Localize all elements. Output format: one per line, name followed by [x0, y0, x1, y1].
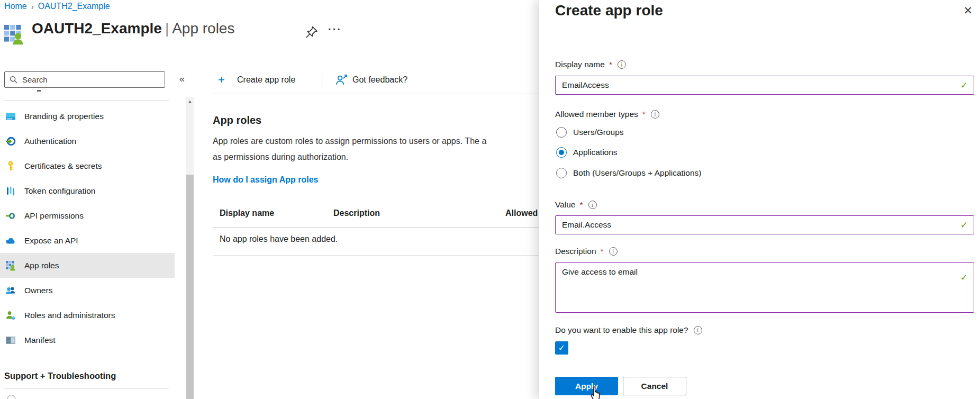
scrolled-item-sliver [37, 90, 41, 92]
info-icon: i [618, 60, 626, 69]
description-textarea[interactable]: Give access to email [555, 262, 974, 313]
pin-icon[interactable] [305, 25, 319, 39]
value-field: ✓ [555, 215, 974, 234]
how-to-assign-link[interactable]: How do I assign App roles [213, 175, 318, 185]
sidebar-item-api-permissions[interactable]: API permissions [0, 203, 175, 228]
breadcrumb-home-link[interactable]: Home [4, 2, 27, 11]
display-name-label: Display name* i [555, 60, 626, 69]
radio-applications[interactable]: Applications [556, 145, 618, 160]
empty-table-message: No app roles have been added. [220, 234, 338, 244]
radio-users-groups[interactable]: Users/Groups [556, 125, 624, 140]
cloud-icon [5, 235, 16, 246]
sidebar-item-expose-api[interactable]: Expose an API [0, 228, 175, 253]
app-roles-icon [5, 260, 16, 271]
toolbar-rule [213, 94, 539, 94]
plus-icon: + [218, 73, 225, 87]
search-input[interactable] [22, 75, 149, 84]
column-header-description: Description [333, 208, 380, 218]
sidebar-item-certificates-secrets[interactable]: Certificates & secrets [0, 153, 175, 178]
column-header-display-name: Display name [220, 208, 274, 218]
sliders-icon [5, 186, 16, 196]
value-input[interactable] [555, 215, 974, 234]
api-key-icon [5, 211, 16, 221]
sidebar-item-app-roles[interactable]: App roles [0, 253, 175, 278]
breadcrumb: Home › OAUTH2_Example [4, 2, 110, 11]
info-icon: i [588, 201, 597, 209]
value-label: Value* i [555, 200, 597, 210]
valid-check-icon: ✓ [960, 272, 968, 283]
create-app-role-panel: Create app role ✕ Display name* i ✓ Allo… [539, 0, 980, 399]
authentication-icon [5, 136, 16, 147]
roles-admins-icon [5, 310, 16, 321]
checkmark-icon: ✓ [558, 343, 565, 353]
key-icon [5, 161, 16, 171]
table-row-divider [213, 255, 539, 256]
sidebar-item-token-configuration[interactable]: Token configuration [0, 178, 175, 203]
manifest-icon: {} [5, 335, 16, 346]
allowed-member-types-label: Allowed member types* i [555, 110, 659, 119]
display-name-input[interactable] [555, 76, 974, 95]
svg-text:{}: {} [7, 339, 11, 342]
toolbar-divider [322, 71, 322, 87]
enable-app-role-label: Do you want to enable this app role? i [555, 325, 702, 335]
description-field: Give access to email ✓ [555, 262, 974, 313]
sidebar-item-branding-properties[interactable]: www Branding & properties [0, 104, 175, 129]
content-scrollbar-thumb[interactable] [186, 175, 194, 399]
cancel-button[interactable]: Cancel [623, 377, 686, 395]
collapse-sidebar-button[interactable]: « [179, 74, 185, 85]
radio-circle-icon[interactable] [556, 127, 567, 138]
breadcrumb-current-link[interactable]: OAUTH2_Example [38, 2, 110, 11]
scrollbar-up-arrow[interactable]: ▲ [186, 99, 194, 104]
apply-button[interactable]: Apply [555, 377, 618, 395]
radio-circle-icon[interactable] [556, 147, 567, 158]
radio-both[interactable]: Both (Users/Groups + Applications) [556, 166, 702, 180]
description-label: Description* i [555, 247, 618, 256]
sidebar-section-heading: Support + Troubleshooting [4, 371, 116, 381]
valid-check-icon: ✓ [960, 220, 968, 231]
sidebar-section-divider [4, 388, 169, 388]
search-icon [9, 75, 18, 84]
owners-people-icon [5, 285, 16, 296]
content-description-line1: App roles are custom roles to assign per… [213, 137, 486, 146]
radio-circle-icon[interactable] [556, 168, 567, 178]
enable-checkbox[interactable]: ✓ [555, 341, 568, 355]
sidebar-nav: www Branding & properties Authentication… [0, 104, 175, 352]
content-description-line2: as permissions during authorization. [213, 152, 348, 162]
branding-icon: www [5, 111, 16, 122]
more-options-button[interactable]: ··· [328, 23, 342, 35]
table-header-divider [213, 227, 539, 228]
column-header-allowed: Allowed [505, 208, 538, 218]
sidebar-item-authentication[interactable]: Authentication [0, 129, 175, 153]
close-icon[interactable]: ✕ [963, 4, 973, 17]
content-heading: App roles [213, 114, 261, 126]
info-icon: i [609, 247, 618, 256]
svg-text:www: www [7, 117, 13, 120]
chevron-right-icon: › [31, 2, 34, 11]
create-app-role-button[interactable]: Create app role [237, 75, 295, 85]
feedback-person-icon [335, 74, 348, 86]
page-title: OAUTH2_Example|App roles [32, 20, 234, 37]
display-name-field: ✓ [555, 76, 974, 95]
valid-check-icon: ✓ [960, 80, 968, 91]
sidebar-search[interactable] [4, 71, 165, 88]
scrolled-bottom-item-sliver [7, 395, 15, 399]
panel-title: Create app role [555, 2, 663, 19]
sidebar-divider [4, 101, 169, 101]
sidebar-item-owners[interactable]: Owners [0, 278, 175, 303]
app-registration-icon [3, 24, 24, 45]
sidebar-item-manifest[interactable]: {} Manifest [0, 328, 175, 352]
sidebar-item-roles-administrators[interactable]: Roles and administrators [0, 303, 175, 328]
got-feedback-button[interactable]: Got feedback? [352, 75, 407, 85]
info-icon: i [694, 326, 702, 334]
info-icon: i [651, 110, 659, 119]
